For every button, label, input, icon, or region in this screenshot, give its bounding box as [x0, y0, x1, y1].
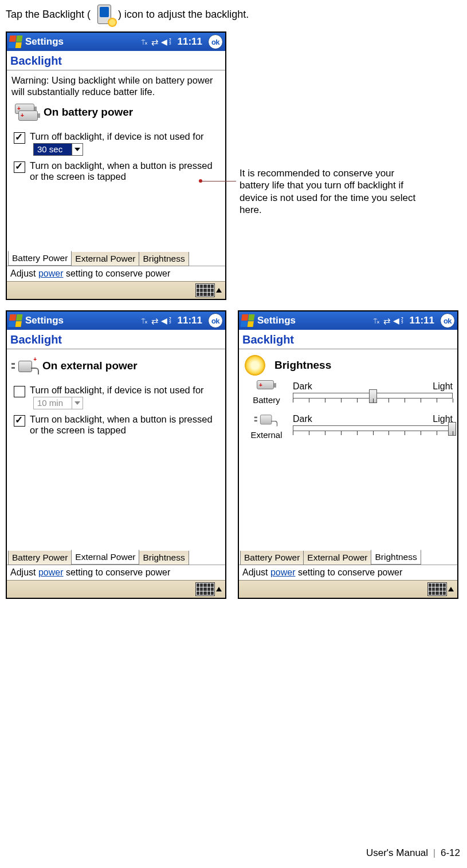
callout-text: It is recommended to conserve your batte… — [240, 167, 417, 216]
screenshot-brightness: Settings 11:11 ok Backlight Brightness — [238, 310, 458, 599]
battery-slider[interactable]: Dark Light — [293, 381, 453, 404]
tab-strip: Battery Power External Power Brightness — [7, 250, 225, 266]
tab-external-power[interactable]: External Power — [71, 252, 139, 266]
power-link[interactable]: power — [38, 269, 64, 278]
speaker-icon — [161, 38, 172, 46]
keyboard-icon[interactable] — [195, 582, 215, 596]
tab-battery-power[interactable]: Battery Power — [8, 251, 72, 266]
power-link[interactable]: power — [38, 567, 64, 577]
hint-line: Adjust power setting to conserve power — [7, 565, 225, 580]
backlight-icon — [93, 3, 116, 26]
titlebar-title: Settings — [25, 315, 64, 326]
screen-header: Backlight — [7, 330, 225, 349]
titlebar: Settings 11:11 ok — [7, 33, 225, 51]
tab-brightness[interactable]: Brightness — [139, 551, 189, 565]
sync-icon — [151, 317, 156, 325]
clock: 11:11 — [178, 36, 202, 48]
clock: 11:11 — [410, 315, 434, 326]
plug-icon: + — [15, 357, 37, 374]
start-icon[interactable] — [240, 314, 254, 327]
speaker-icon — [161, 317, 172, 325]
status-icons — [141, 38, 172, 46]
timeout-dropdown[interactable]: 30 sec — [33, 143, 83, 156]
sip-bar — [7, 281, 225, 299]
checkbox-turn-off[interactable] — [14, 132, 25, 144]
chevron-up-icon[interactable] — [448, 587, 454, 591]
sync-icon — [383, 317, 388, 325]
titlebar-title: Settings — [25, 36, 64, 48]
checkbox-turn-on[interactable] — [14, 415, 25, 427]
page-footer: User's Manual | 6-12 — [366, 847, 460, 859]
tab-battery-power[interactable]: Battery Power — [240, 551, 304, 565]
external-slider[interactable]: Dark Light — [293, 414, 453, 437]
sync-icon — [151, 38, 156, 46]
start-icon[interactable] — [8, 314, 22, 327]
external-slider-label: External — [250, 430, 282, 440]
timeout-dropdown[interactable]: 10 min — [33, 397, 83, 409]
sun-icon — [245, 355, 265, 376]
intro-post: ) icon to adjust the backlight. — [118, 9, 249, 21]
timeout-value: 30 sec — [33, 143, 72, 156]
section-title: Brightness — [274, 359, 331, 372]
tab-external-power[interactable]: External Power — [71, 550, 139, 565]
tab-strip: Battery Power External Power Brightness — [7, 549, 225, 565]
screen-header: Backlight — [7, 51, 225, 70]
checkbox-turn-off-label: Turn off backlight, if device is not use… — [30, 385, 204, 395]
hint-line: Adjust power setting to conserve power — [239, 565, 457, 580]
slider-track[interactable] — [293, 393, 453, 399]
section-title: On external power — [42, 360, 138, 372]
signal-icon — [141, 38, 147, 46]
intro-line: Tap the Backlight ( ) icon to adjust the… — [6, 3, 461, 26]
slider-dark-label: Dark — [293, 414, 312, 424]
checkbox-turn-off-label: Turn off backlight, if device is not use… — [30, 131, 204, 141]
checkbox-turn-off[interactable] — [14, 386, 25, 397]
power-link[interactable]: power — [270, 567, 296, 577]
speaker-icon — [393, 317, 404, 325]
warning-text: Warning: Using backlight while on batter… — [11, 75, 221, 98]
slider-ticks — [293, 399, 453, 404]
external-slider-icon: External — [244, 411, 289, 440]
ok-button[interactable]: ok — [440, 313, 455, 328]
ok-button[interactable]: ok — [208, 34, 223, 49]
sip-bar — [239, 580, 457, 598]
tab-brightness[interactable]: Brightness — [371, 550, 421, 565]
titlebar: Settings 11:11 ok — [7, 311, 225, 330]
slider-ticks — [293, 431, 453, 437]
ok-button[interactable]: ok — [208, 313, 223, 328]
chevron-up-icon[interactable] — [216, 288, 222, 293]
checkbox-turn-on-label: Turn on backlight, when a button is pres… — [30, 160, 218, 182]
tab-battery-power[interactable]: Battery Power — [8, 551, 72, 565]
section-title: On battery power — [44, 106, 133, 119]
footer-page: 6-12 — [441, 847, 460, 858]
chevron-down-icon — [72, 143, 83, 156]
slider-track[interactable] — [293, 425, 453, 431]
battery-slider-label: Battery — [253, 395, 280, 405]
section-heading: + + On battery power — [15, 104, 221, 121]
checkbox-turn-on-label: Turn on backlight, when a button is pres… — [30, 414, 218, 436]
screen-header: Backlight — [239, 330, 457, 349]
keyboard-icon[interactable] — [195, 283, 215, 297]
signal-icon — [373, 317, 379, 325]
battery-icon: + + — [15, 104, 38, 121]
status-icons — [373, 317, 404, 325]
slider-dark-label: Dark — [293, 381, 312, 392]
signal-icon — [141, 317, 147, 325]
section-heading: + On external power — [15, 357, 221, 374]
keyboard-icon[interactable] — [427, 582, 447, 596]
titlebar-title: Settings — [257, 315, 296, 326]
start-icon[interactable] — [8, 35, 22, 48]
intro-pre: Tap the Backlight ( — [6, 9, 91, 21]
status-icons — [141, 317, 172, 325]
slider-light-label: Light — [433, 381, 453, 392]
hint-line: Adjust power setting to conserve power — [7, 266, 225, 281]
tab-external-power[interactable]: External Power — [303, 551, 371, 565]
timeout-value: 10 min — [33, 397, 72, 409]
battery-slider-icon: + Battery — [244, 380, 289, 405]
checkbox-turn-on[interactable] — [14, 161, 25, 173]
chevron-up-icon[interactable] — [216, 587, 222, 591]
screenshot-external-power: Settings 11:11 ok Backlight + On externa… — [6, 310, 226, 599]
tab-brightness[interactable]: Brightness — [139, 252, 189, 266]
titlebar: Settings 11:11 ok — [239, 311, 457, 330]
tab-strip: Battery Power External Power Brightness — [239, 549, 457, 565]
screenshot-battery-power: Settings 11:11 ok Backlight Warning: Usi… — [6, 31, 226, 300]
